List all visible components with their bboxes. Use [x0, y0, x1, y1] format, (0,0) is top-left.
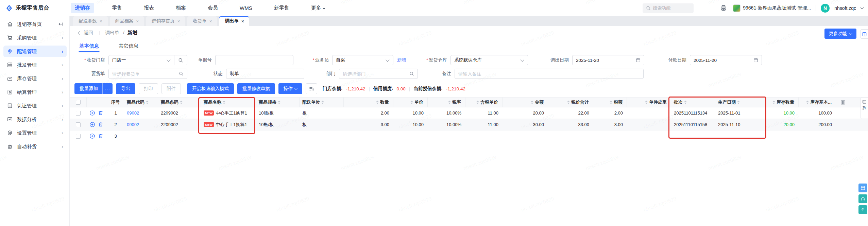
col-spec[interactable]: 商品规格	[256, 98, 300, 107]
col-tax-total[interactable]: 税价合计	[548, 98, 593, 107]
export-button[interactable]: 导出	[116, 83, 135, 94]
sidebar-collapse-icon[interactable]	[58, 21, 63, 27]
printer-icon[interactable]	[719, 3, 728, 13]
cell-qty[interactable]: 2.00	[344, 107, 393, 119]
close-icon[interactable]: ×	[177, 19, 180, 24]
side-panel-toggle[interactable]	[861, 29, 868, 39]
cell-prod-date[interactable]: 2025-11-10	[715, 119, 764, 130]
add-row-icon[interactable]	[89, 122, 95, 127]
col-barcode[interactable]: 商品条码	[158, 98, 201, 107]
avatar[interactable]: N	[821, 4, 830, 13]
nav-item-more[interactable]: 更多	[307, 3, 329, 13]
sort-icon[interactable]	[146, 101, 149, 104]
nav-item-huiyuan[interactable]: 会员	[204, 3, 222, 13]
nav-item-wms[interactable]: WMS	[236, 3, 256, 13]
global-search[interactable]: 搜索功能	[643, 3, 694, 13]
status-input[interactable]: 制单	[226, 69, 304, 79]
receive-store-select[interactable]: 门店一	[108, 55, 187, 65]
row-checkbox[interactable]	[76, 111, 81, 116]
col-batch[interactable]: 批次	[671, 98, 715, 107]
floating-panel-button[interactable]	[858, 184, 867, 192]
sidebar-item-analytics[interactable]: 数据分析 ›	[3, 114, 67, 125]
pay-date-input[interactable]: 2025-11-20	[690, 55, 762, 65]
sort-icon[interactable]	[180, 101, 183, 104]
remark-field[interactable]	[455, 69, 643, 79]
col-unit[interactable]: 配送单位	[300, 98, 344, 107]
user-menu-chevron-icon[interactable]	[861, 6, 864, 9]
doc-no-input[interactable]	[216, 55, 293, 65]
request-doc-input[interactable]	[108, 69, 187, 79]
batch-add-button[interactable]: 批量添加	[74, 83, 102, 94]
sidebar-item-settings[interactable]: 设置管理 ›	[3, 127, 67, 139]
sidebar-item-home[interactable]: 进销存首页	[3, 18, 67, 30]
nav-item-jinxiaocun[interactable]: 进销存	[71, 3, 94, 13]
nav-item-lingshou[interactable]: 零售	[108, 3, 126, 13]
sort-icon[interactable]	[806, 101, 809, 104]
sort-icon[interactable]	[567, 101, 570, 104]
cell-prod-date[interactable]: 2025-11-01	[715, 107, 764, 119]
col-stock-qty[interactable]: 库存数量	[764, 98, 799, 107]
sort-icon[interactable]	[376, 101, 379, 104]
add-row-icon[interactable]	[89, 110, 95, 116]
nav-item-baobiao[interactable]: 报表	[140, 3, 158, 13]
sort-icon[interactable]	[610, 101, 612, 104]
delete-row-icon[interactable]	[98, 122, 103, 127]
col-tax-rate[interactable]: 税率	[428, 98, 465, 107]
add-row-icon[interactable]	[89, 133, 95, 139]
nav-item-xinlingshou[interactable]: 新零售	[270, 3, 293, 13]
cell-code[interactable]	[124, 131, 158, 142]
col-amount[interactable]: 金额	[503, 98, 548, 107]
cell-batch[interactable]: 20251110115158	[671, 119, 715, 130]
row-checkbox[interactable]	[76, 122, 81, 127]
col-tax-price[interactable]: 含税单价	[465, 98, 503, 107]
cell-qty[interactable]: 3.00	[344, 119, 393, 130]
cell-price[interactable]: 10.00	[393, 119, 428, 130]
row-display-settings-button[interactable]	[306, 83, 317, 94]
sort-icon[interactable]	[410, 101, 413, 104]
sidebar-item-replenish[interactable]: 自动补货 ›	[3, 141, 67, 152]
batch-edit-button[interactable]: 批量修改单据	[237, 83, 275, 94]
request-doc-field[interactable]	[109, 69, 179, 79]
department-input[interactable]	[339, 69, 418, 79]
department-field[interactable]	[339, 69, 409, 79]
col-product-name[interactable]: 商品名称	[201, 98, 256, 107]
sort-icon[interactable]	[223, 101, 225, 104]
sort-icon[interactable]	[684, 101, 687, 104]
operate-button[interactable]: 操作	[278, 83, 302, 94]
cell-batch[interactable]: 20251101115134	[671, 107, 715, 119]
sort-icon[interactable]	[321, 101, 324, 104]
delete-row-icon[interactable]	[98, 110, 103, 116]
col-qty[interactable]: 数量	[344, 98, 393, 107]
col-seq[interactable]: 序号	[107, 98, 124, 107]
tab-other-info[interactable]: 其它信息	[118, 41, 139, 52]
floating-support-button[interactable]	[858, 194, 867, 203]
col-product-code[interactable]: 商品代码	[124, 98, 158, 107]
attachment-button[interactable]: 附件	[161, 83, 181, 94]
print-button[interactable]: 打印	[139, 83, 158, 94]
col-prod-date[interactable]: 生产日期	[715, 98, 764, 107]
store-selector[interactable]: 99661-新界面果蔬版测试-管理...	[733, 4, 811, 12]
close-icon[interactable]: ×	[100, 19, 102, 24]
sidebar-item-distribution[interactable]: 配送管理 ›	[3, 46, 67, 57]
tab-inventory-home[interactable]: 进销存首页×	[146, 16, 185, 26]
store-search-icon[interactable]	[174, 55, 187, 65]
sidebar-item-settlement[interactable]: 结算管理 ›	[3, 86, 67, 98]
sidebar-item-inventory[interactable]: 库存管理 ›	[3, 73, 67, 84]
col-tare[interactable]: 单件皮重	[627, 98, 671, 107]
sidebar-item-wholesale[interactable]: 批发管理 ›	[3, 59, 67, 71]
column-panel-tab[interactable]: 列	[861, 97, 868, 119]
close-icon[interactable]: ×	[241, 19, 244, 24]
columns-settings-icon[interactable]	[840, 100, 846, 105]
sort-icon[interactable]	[772, 101, 775, 104]
breadcrumb-section[interactable]: 调出单	[105, 30, 119, 36]
sidebar-item-purchase[interactable]: 采购管理 ›	[3, 32, 67, 44]
col-price[interactable]: 单价	[393, 98, 428, 107]
sort-icon[interactable]	[737, 101, 740, 104]
transfer-date-input[interactable]: 2025-11-20	[572, 55, 644, 65]
sort-icon[interactable]	[645, 101, 648, 104]
batch-add-more-button[interactable]: ···	[102, 83, 113, 94]
sort-icon[interactable]	[448, 101, 451, 104]
sort-icon[interactable]	[531, 101, 533, 104]
sidebar-item-voucher[interactable]: 凭证管理 ›	[3, 100, 67, 111]
speed-input-mode-button[interactable]: 开启极速输入模式	[187, 83, 234, 94]
